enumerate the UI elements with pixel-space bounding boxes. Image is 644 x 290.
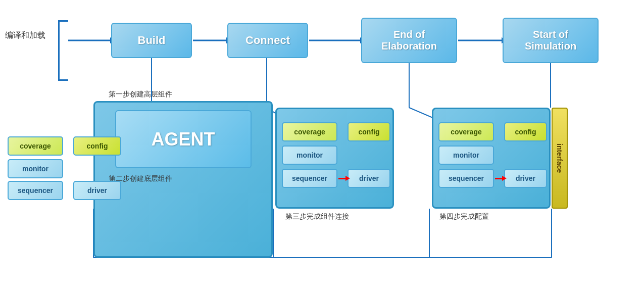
bracket xyxy=(58,20,68,81)
mid-red-arrow xyxy=(338,178,346,179)
interface-box: interface xyxy=(552,108,568,209)
elaboration-phase-box: End of Elaboration xyxy=(361,18,457,63)
agent-coverage-box: coverage xyxy=(8,136,63,156)
right-driver-box: driver xyxy=(504,169,547,188)
left-label: 编译和加载 xyxy=(5,30,45,41)
agent-config-box: config xyxy=(73,136,121,156)
right-config-box: config xyxy=(504,122,547,141)
build-phase-box: Build xyxy=(111,23,192,58)
mid-sequencer-box: sequencer xyxy=(282,169,337,188)
simulation-phase-box: Start of Simulation xyxy=(503,18,599,63)
agent-sequencer-box: sequencer xyxy=(8,181,63,200)
agent-box: AGENT xyxy=(115,110,252,168)
step1-label: 第一步创建高层组件 xyxy=(109,90,172,99)
step3-label: 第三步完成组件连接 xyxy=(285,212,349,221)
mid-coverage-box: coverage xyxy=(282,122,337,141)
right-coverage-box: coverage xyxy=(438,122,494,141)
step4-label: 第四步完成配置 xyxy=(439,212,489,221)
right-monitor-box: monitor xyxy=(438,146,494,165)
connect-phase-box: Connect xyxy=(227,23,308,58)
mid-config-box: config xyxy=(348,122,390,141)
right-sequencer-box: sequencer xyxy=(438,169,494,188)
agent-driver-box: driver xyxy=(73,181,121,200)
mid-driver-box: driver xyxy=(348,169,390,188)
mid-monitor-box: monitor xyxy=(282,146,337,165)
agent-monitor-box: monitor xyxy=(8,159,63,178)
right-red-arrow xyxy=(495,178,503,179)
diagram-container: 编译和加载 xyxy=(0,0,644,290)
